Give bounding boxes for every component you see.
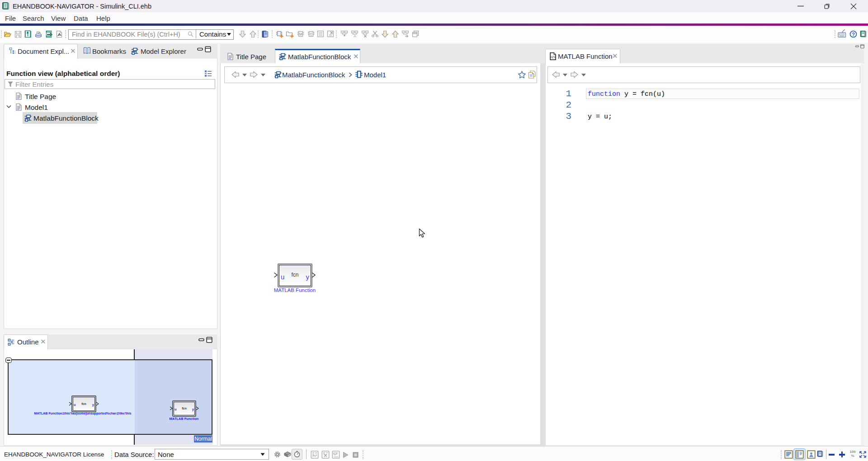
svg-text:M: M: [299, 32, 302, 36]
svg-text:?: ?: [852, 32, 855, 37]
svg-text:A: A: [354, 34, 356, 38]
svg-text:C: C: [310, 32, 312, 36]
